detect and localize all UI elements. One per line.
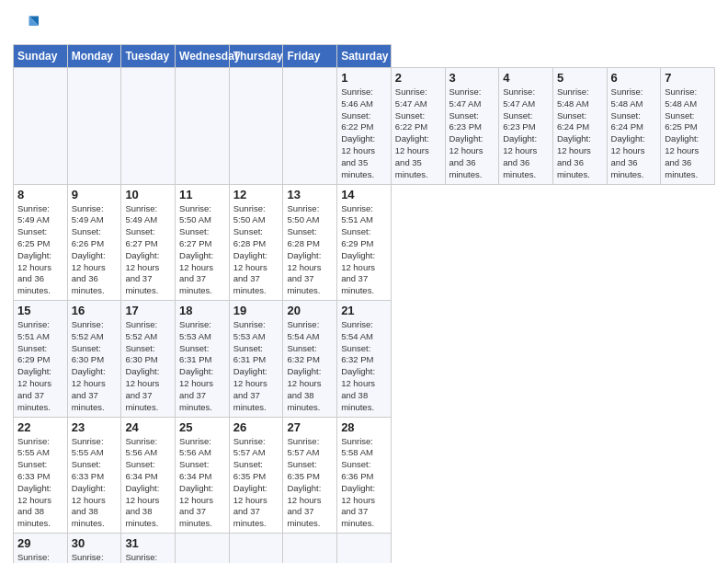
calendar-empty-cell bbox=[14, 68, 68, 185]
day-info: Sunrise: 5:49 AMSunset: 6:27 PMDaylight:… bbox=[125, 203, 171, 298]
calendar-day-cell: 22Sunrise: 5:55 AMSunset: 6:33 PMDayligh… bbox=[14, 417, 68, 534]
calendar-day-cell: 7Sunrise: 5:48 AMSunset: 6:25 PMDaylight… bbox=[661, 68, 715, 185]
day-info: Sunrise: 5:49 AMSunset: 6:25 PMDaylight:… bbox=[17, 203, 63, 298]
day-number: 14 bbox=[341, 188, 387, 201]
calendar-day-cell: 2Sunrise: 5:47 AMSunset: 6:22 PMDaylight… bbox=[391, 68, 445, 185]
day-info: Sunrise: 5:50 AMSunset: 6:27 PMDaylight:… bbox=[179, 203, 225, 298]
calendar-day-cell: 3Sunrise: 5:47 AMSunset: 6:23 PMDaylight… bbox=[445, 68, 499, 185]
calendar-week-row: 1Sunrise: 5:46 AMSunset: 6:22 PMDaylight… bbox=[14, 68, 715, 185]
day-info: Sunrise: 5:55 AMSunset: 6:33 PMDaylight:… bbox=[72, 436, 118, 531]
day-info: Sunrise: 5:51 AMSunset: 6:29 PMDaylight:… bbox=[17, 319, 63, 414]
calendar-day-cell: 21Sunrise: 5:54 AMSunset: 6:32 PMDayligh… bbox=[337, 301, 392, 418]
day-info: Sunrise: 5:54 AMSunset: 6:32 PMDaylight:… bbox=[287, 319, 333, 414]
day-number: 10 bbox=[125, 188, 171, 201]
calendar-day-cell: 19Sunrise: 5:53 AMSunset: 6:31 PMDayligh… bbox=[229, 301, 283, 418]
day-info: Sunrise: 5:47 AMSunset: 6:23 PMDaylight:… bbox=[503, 86, 549, 181]
day-info: Sunrise: 5:53 AMSunset: 6:31 PMDaylight:… bbox=[233, 319, 279, 414]
calendar-empty-cell bbox=[229, 534, 283, 564]
calendar-day-cell: 10Sunrise: 5:49 AMSunset: 6:27 PMDayligh… bbox=[121, 184, 176, 301]
day-number: 21 bbox=[341, 304, 387, 317]
day-number: 9 bbox=[72, 188, 118, 201]
day-info: Sunrise: 5:51 AMSunset: 6:29 PMDaylight:… bbox=[341, 203, 387, 298]
day-number: 4 bbox=[503, 71, 549, 85]
day-number: 31 bbox=[125, 536, 171, 550]
calendar-day-cell: 9Sunrise: 5:49 AMSunset: 6:26 PMDaylight… bbox=[67, 184, 121, 301]
day-number: 27 bbox=[287, 420, 333, 434]
day-number: 22 bbox=[17, 420, 63, 434]
day-info: Sunrise: 5:57 AMSunset: 6:35 PMDaylight:… bbox=[287, 436, 333, 531]
day-info: Sunrise: 5:52 AMSunset: 6:30 PMDaylight:… bbox=[72, 319, 118, 414]
day-info: Sunrise: 5:54 AMSunset: 6:32 PMDaylight:… bbox=[341, 319, 387, 414]
day-info: Sunrise: 5:50 AMSunset: 6:28 PMDaylight:… bbox=[233, 203, 279, 298]
day-info: Sunrise: 5:48 AMSunset: 6:25 PMDaylight:… bbox=[665, 86, 711, 181]
day-number: 6 bbox=[611, 71, 657, 85]
day-info: Sunrise: 5:59 AMSunset: 6:36 PMDaylight:… bbox=[72, 552, 118, 563]
calendar-empty-cell bbox=[283, 534, 337, 564]
calendar-day-cell: 23Sunrise: 5:55 AMSunset: 6:33 PMDayligh… bbox=[67, 417, 121, 534]
day-info: Sunrise: 5:50 AMSunset: 6:28 PMDaylight:… bbox=[287, 203, 333, 298]
day-number: 16 bbox=[72, 304, 118, 317]
calendar-day-cell: 29Sunrise: 5:58 AMSunset: 6:36 PMDayligh… bbox=[14, 534, 68, 564]
calendar-week-row: 8Sunrise: 5:49 AMSunset: 6:25 PMDaylight… bbox=[14, 184, 715, 301]
calendar-day-cell: 15Sunrise: 5:51 AMSunset: 6:29 PMDayligh… bbox=[14, 301, 68, 418]
calendar-week-row: 15Sunrise: 5:51 AMSunset: 6:29 PMDayligh… bbox=[14, 301, 715, 418]
calendar-table: SundayMondayTuesdayWednesdayThursdayFrid… bbox=[13, 44, 715, 563]
calendar-day-cell: 16Sunrise: 5:52 AMSunset: 6:30 PMDayligh… bbox=[67, 301, 121, 418]
calendar-day-cell: 31Sunrise: 5:59 AMSunset: 6:37 PMDayligh… bbox=[121, 534, 176, 564]
calendar-container: SundayMondayTuesdayWednesdayThursdayFrid… bbox=[0, 0, 728, 563]
day-number: 28 bbox=[341, 420, 387, 434]
day-number: 30 bbox=[72, 536, 118, 550]
calendar-day-cell: 11Sunrise: 5:50 AMSunset: 6:27 PMDayligh… bbox=[176, 184, 230, 301]
day-number: 1 bbox=[341, 71, 387, 85]
day-info: Sunrise: 5:57 AMSunset: 6:35 PMDaylight:… bbox=[233, 436, 279, 531]
day-number: 23 bbox=[72, 420, 118, 434]
day-info: Sunrise: 5:46 AMSunset: 6:22 PMDaylight:… bbox=[341, 86, 387, 181]
day-number: 2 bbox=[395, 71, 441, 85]
calendar-day-cell: 14Sunrise: 5:51 AMSunset: 6:29 PMDayligh… bbox=[337, 184, 392, 301]
calendar-day-cell: 1Sunrise: 5:46 AMSunset: 6:22 PMDaylight… bbox=[337, 68, 392, 185]
calendar-empty-cell bbox=[337, 534, 392, 564]
calendar-week-row: 22Sunrise: 5:55 AMSunset: 6:33 PMDayligh… bbox=[14, 417, 715, 534]
calendar-day-cell: 26Sunrise: 5:57 AMSunset: 6:35 PMDayligh… bbox=[229, 417, 283, 534]
day-info: Sunrise: 5:56 AMSunset: 6:34 PMDaylight:… bbox=[125, 436, 171, 531]
header bbox=[13, 9, 715, 39]
calendar-day-cell: 4Sunrise: 5:47 AMSunset: 6:23 PMDaylight… bbox=[499, 68, 553, 185]
logo-icon bbox=[13, 13, 39, 39]
calendar-day-cell: 30Sunrise: 5:59 AMSunset: 6:36 PMDayligh… bbox=[67, 534, 121, 564]
day-number: 11 bbox=[179, 188, 225, 201]
weekday-header-sunday: Sunday bbox=[14, 45, 68, 68]
weekday-header-friday: Friday bbox=[283, 45, 337, 68]
day-info: Sunrise: 5:58 AMSunset: 6:36 PMDaylight:… bbox=[17, 552, 63, 563]
calendar-day-cell: 25Sunrise: 5:56 AMSunset: 6:34 PMDayligh… bbox=[176, 417, 230, 534]
weekday-header-wednesday: Wednesday bbox=[176, 45, 230, 68]
calendar-empty-cell bbox=[121, 68, 176, 185]
day-info: Sunrise: 5:48 AMSunset: 6:24 PMDaylight:… bbox=[557, 86, 603, 181]
day-info: Sunrise: 5:52 AMSunset: 6:30 PMDaylight:… bbox=[125, 319, 171, 414]
day-number: 26 bbox=[233, 420, 279, 434]
day-number: 8 bbox=[17, 188, 63, 201]
calendar-day-cell: 8Sunrise: 5:49 AMSunset: 6:25 PMDaylight… bbox=[14, 184, 68, 301]
calendar-day-cell: 12Sunrise: 5:50 AMSunset: 6:28 PMDayligh… bbox=[229, 184, 283, 301]
day-number: 20 bbox=[287, 304, 333, 317]
calendar-empty-cell bbox=[283, 68, 337, 185]
calendar-day-cell: 17Sunrise: 5:52 AMSunset: 6:30 PMDayligh… bbox=[121, 301, 176, 418]
day-info: Sunrise: 5:53 AMSunset: 6:31 PMDaylight:… bbox=[179, 319, 225, 414]
day-number: 12 bbox=[233, 188, 279, 201]
day-number: 18 bbox=[179, 304, 225, 317]
calendar-empty-cell bbox=[176, 534, 230, 564]
calendar-day-cell: 28Sunrise: 5:58 AMSunset: 6:36 PMDayligh… bbox=[337, 417, 392, 534]
day-number: 19 bbox=[233, 304, 279, 317]
day-number: 25 bbox=[179, 420, 225, 434]
calendar-empty-cell bbox=[67, 68, 121, 185]
calendar-empty-cell bbox=[176, 68, 230, 185]
calendar-week-row: 29Sunrise: 5:58 AMSunset: 6:36 PMDayligh… bbox=[14, 534, 715, 564]
day-number: 29 bbox=[17, 536, 63, 550]
day-info: Sunrise: 5:58 AMSunset: 6:36 PMDaylight:… bbox=[341, 436, 387, 531]
calendar-empty-cell bbox=[229, 68, 283, 185]
calendar-day-cell: 6Sunrise: 5:48 AMSunset: 6:24 PMDaylight… bbox=[607, 68, 661, 185]
day-info: Sunrise: 5:56 AMSunset: 6:34 PMDaylight:… bbox=[179, 436, 225, 531]
day-number: 15 bbox=[17, 304, 63, 317]
logo bbox=[13, 13, 40, 39]
weekday-header-saturday: Saturday bbox=[337, 45, 392, 68]
weekday-header-thursday: Thursday bbox=[229, 45, 283, 68]
